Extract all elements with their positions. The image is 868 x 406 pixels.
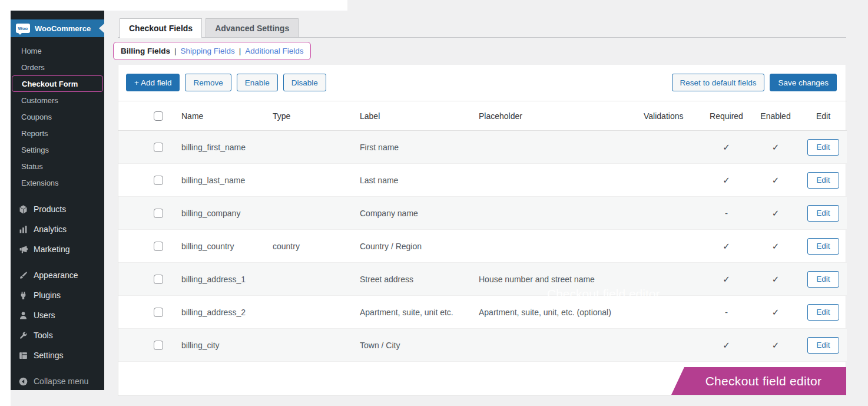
- products-icon: [18, 204, 28, 214]
- cell-validations: [637, 230, 701, 263]
- tab-advanced-settings[interactable]: Advanced Settings: [206, 18, 299, 38]
- page-margin-left: [0, 0, 11, 406]
- checkout-fields-panel: + Add field Remove Enable Disable Reset …: [118, 65, 846, 396]
- cell-edit: Edit: [800, 230, 847, 263]
- not-required-dash: -: [725, 307, 728, 317]
- collapse-menu-container: Collapse menu: [11, 371, 104, 391]
- sidebar-item-woocommerce[interactable]: Woo WooCommerce: [11, 19, 104, 37]
- row-checkbox-cell: [147, 230, 174, 263]
- sidebar-item-label: Analytics: [34, 225, 67, 234]
- header-type: Type: [266, 101, 353, 131]
- row-drag-cell: [118, 230, 147, 263]
- edit-button[interactable]: Edit: [807, 172, 839, 189]
- cell-enabled: ✓: [751, 131, 800, 164]
- row-checkbox-cell: [147, 197, 174, 230]
- woocommerce-logo-icon: Woo: [16, 24, 30, 33]
- tab-bar: Checkout Fields Advanced Settings: [120, 18, 302, 38]
- admin-menu-section-b: AppearancePluginsUsersToolsSettings: [11, 265, 104, 365]
- subtab-additional-fields[interactable]: Additional Fields: [245, 47, 303, 55]
- cell-validations: [637, 263, 701, 296]
- sidebar-item-analytics[interactable]: Analytics: [11, 219, 104, 239]
- sidebar-item-tools[interactable]: Tools: [11, 325, 104, 345]
- sidebar-item-extensions[interactable]: Extensions: [11, 174, 104, 191]
- row-checkbox[interactable]: [154, 242, 163, 251]
- sidebar-item-status[interactable]: Status: [11, 158, 104, 174]
- sidebar-item-plugins[interactable]: Plugins: [11, 285, 104, 305]
- cell-validations: [637, 296, 701, 329]
- cell-label: Last name: [353, 164, 472, 197]
- sidebar-item-reports[interactable]: Reports: [11, 125, 104, 141]
- header-select-all: [147, 101, 174, 131]
- sidebar-item-settings[interactable]: Settings: [11, 345, 104, 365]
- sidebar-item-label: Appearance: [34, 270, 78, 280]
- cell-validations: [637, 164, 701, 197]
- table-row: billing_countrycountryCountry / Region✓✓…: [118, 230, 847, 263]
- sidebar-item-collapse-menu[interactable]: Collapse menu: [11, 371, 104, 391]
- settings-icon: [18, 350, 28, 361]
- row-checkbox[interactable]: [154, 209, 163, 218]
- enabled-check-icon: ✓: [772, 241, 780, 251]
- sidebar-item-checkout-form[interactable]: Checkout Form: [12, 75, 103, 92]
- select-all-checkbox[interactable]: [154, 111, 163, 121]
- sidebar-item-marketing[interactable]: Marketing: [11, 239, 104, 259]
- row-checkbox[interactable]: [154, 143, 163, 152]
- cell-edit: Edit: [800, 263, 847, 296]
- sidebar-item-settings[interactable]: Settings: [11, 141, 104, 158]
- row-checkbox[interactable]: [154, 308, 163, 317]
- sidebar-item-label: Settings: [34, 351, 64, 360]
- edit-button[interactable]: Edit: [807, 337, 839, 354]
- row-checkbox[interactable]: [154, 275, 163, 284]
- sidebar-item-customers[interactable]: Customers: [11, 92, 104, 108]
- required-check-icon: ✓: [723, 175, 730, 185]
- sidebar-item-appearance[interactable]: Appearance: [11, 265, 104, 285]
- required-check-icon: ✓: [723, 274, 730, 284]
- cell-validations: [637, 131, 701, 164]
- row-checkbox-cell: [147, 296, 174, 329]
- reset-default-fields-button[interactable]: Reset to default fields: [672, 74, 765, 91]
- enabled-check-icon: ✓: [772, 208, 780, 218]
- edit-button[interactable]: Edit: [807, 139, 839, 156]
- admin-menu-section-a: ProductsAnalyticsMarketing: [11, 199, 104, 259]
- enable-button[interactable]: Enable: [237, 74, 278, 91]
- cell-placeholder: [472, 329, 637, 362]
- sidebar-item-label: Plugins: [34, 291, 61, 300]
- save-changes-button[interactable]: Save changes: [770, 74, 837, 91]
- subtab-billing-fields[interactable]: Billing Fields: [121, 47, 170, 55]
- cell-name: billing_first_name: [174, 131, 266, 164]
- cell-label: First name: [353, 131, 472, 164]
- sidebar-item-users[interactable]: Users: [11, 305, 104, 325]
- subtab-shipping-fields[interactable]: Shipping Fields: [181, 47, 235, 55]
- cell-enabled: ✓: [751, 263, 800, 296]
- row-drag-cell: [118, 263, 147, 296]
- header-required: Required: [701, 101, 751, 131]
- enabled-check-icon: ✓: [772, 340, 780, 350]
- appearance-icon: [18, 270, 28, 280]
- row-drag-cell: [118, 131, 147, 164]
- remove-button[interactable]: Remove: [185, 74, 231, 91]
- edit-button[interactable]: Edit: [807, 271, 839, 288]
- edit-button[interactable]: Edit: [807, 304, 839, 321]
- header-name: Name: [174, 101, 266, 131]
- row-checkbox[interactable]: [154, 176, 163, 185]
- add-field-button[interactable]: + Add field: [126, 74, 180, 91]
- sidebar-item-coupons[interactable]: Coupons: [11, 108, 104, 125]
- woocommerce-submenu: HomeOrdersCheckout FormCustomersCouponsR…: [11, 37, 104, 191]
- disable-button[interactable]: Disable: [283, 74, 326, 91]
- table-header-row: Name Type Label Placeholder Validations …: [118, 101, 847, 131]
- tab-checkout-fields[interactable]: Checkout Fields: [120, 18, 202, 38]
- sidebar-item-products[interactable]: Products: [11, 199, 104, 219]
- woocommerce-label: WooCommerce: [35, 24, 91, 33]
- menu-separator: [11, 259, 104, 265]
- not-required-dash: -: [725, 208, 728, 218]
- sidebar-item-home[interactable]: Home: [11, 42, 104, 59]
- row-checkbox[interactable]: [154, 341, 163, 350]
- wordpress-admin-page: Woo WooCommerce HomeOrdersCheckout FormC…: [0, 0, 868, 406]
- edit-button[interactable]: Edit: [807, 238, 839, 255]
- billing-fields-table: Name Type Label Placeholder Validations …: [118, 101, 847, 362]
- edit-button[interactable]: Edit: [807, 205, 839, 222]
- cell-label: Company name: [353, 197, 472, 230]
- cell-label: Country / Region: [353, 230, 472, 263]
- sidebar-item-label: Marketing: [34, 245, 69, 254]
- sidebar-item-orders[interactable]: Orders: [11, 59, 104, 75]
- cell-placeholder: [472, 230, 637, 263]
